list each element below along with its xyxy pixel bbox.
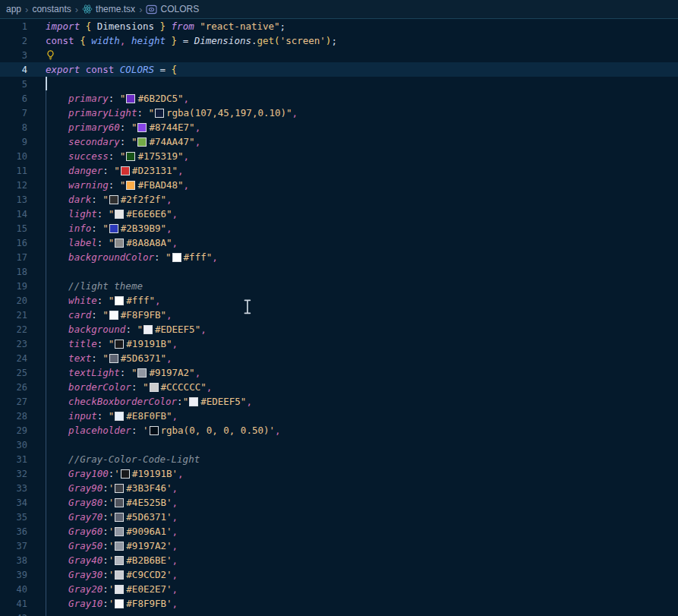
line-number[interactable]: 19 xyxy=(0,281,27,292)
line-number[interactable]: 2 xyxy=(0,36,27,46)
color-swatch[interactable] xyxy=(137,123,147,132)
code-line[interactable]: 7 primaryLight: "rgba(107,45,197,0.10)", xyxy=(0,106,678,120)
color-swatch[interactable] xyxy=(115,412,124,421)
code-line[interactable]: 17 backgroundColor: "#fff", xyxy=(0,250,678,264)
color-swatch[interactable] xyxy=(115,599,124,608)
code-line[interactable]: 37 Gray50:'#9197A2', xyxy=(0,539,678,553)
code-line[interactable]: 30 xyxy=(0,438,678,452)
color-swatch[interactable] xyxy=(115,210,124,219)
color-swatch[interactable] xyxy=(150,383,159,392)
line-number[interactable]: 23 xyxy=(0,339,27,349)
code-line[interactable]: 8 primary60: "#8744E7", xyxy=(0,120,678,134)
code-line[interactable]: 42 xyxy=(0,611,678,616)
color-swatch[interactable] xyxy=(115,556,124,565)
color-swatch[interactable] xyxy=(115,585,124,594)
line-number[interactable]: 8 xyxy=(0,122,27,133)
code-line[interactable]: 31 //Gray-Color-Code-Light xyxy=(0,452,678,466)
color-swatch[interactable] xyxy=(115,239,124,248)
code-lines[interactable]: 1import { Dimensions } from "react-nativ… xyxy=(0,19,678,616)
breadcrumb-item-theme-file[interactable]: theme.tsx xyxy=(82,4,135,14)
code-line[interactable]: 9 secondary: "#74AA47", xyxy=(0,134,678,149)
lightbulb-icon[interactable] xyxy=(46,49,55,61)
code-line[interactable]: 39 Gray30:'#C9CCD2', xyxy=(0,567,678,582)
color-swatch[interactable] xyxy=(115,527,124,536)
color-swatch[interactable] xyxy=(189,397,198,406)
color-swatch[interactable] xyxy=(150,426,159,435)
code-line[interactable]: 21 card: "#F8F9FB", xyxy=(0,308,678,322)
line-number[interactable]: 25 xyxy=(0,368,27,378)
color-swatch[interactable] xyxy=(121,166,130,175)
line-number[interactable]: 7 xyxy=(0,108,27,118)
code-line[interactable]: 36 Gray60:'#9096A1', xyxy=(0,524,678,539)
code-line[interactable]: 26 borderColor: "#CCCCCC", xyxy=(0,380,678,394)
color-swatch[interactable] xyxy=(109,311,118,320)
color-swatch[interactable] xyxy=(155,109,164,118)
code-line[interactable]: 23 title: "#19191B", xyxy=(0,336,678,351)
code-line[interactable]: 22 background: "#EDEEF5", xyxy=(0,322,678,336)
code-line[interactable]: 25 textLight: "#9197A2", xyxy=(0,365,678,380)
line-number[interactable]: 24 xyxy=(0,353,27,364)
color-swatch[interactable] xyxy=(126,94,135,103)
code-line[interactable]: 18 xyxy=(0,264,678,279)
line-number[interactable]: 17 xyxy=(0,252,27,263)
code-line[interactable]: 13 dark: "#2f2f2f", xyxy=(0,192,678,207)
color-swatch[interactable] xyxy=(109,354,118,363)
code-line[interactable]: 34 Gray80:'#4E525B', xyxy=(0,495,678,510)
code-line[interactable]: 24 text: "#5D6371", xyxy=(0,351,678,365)
breadcrumb-item-constants[interactable]: constants xyxy=(32,4,71,14)
code-line[interactable]: 5 xyxy=(0,77,678,91)
code-line[interactable]: 2const { width, height } = Dimensions.ge… xyxy=(0,33,678,48)
line-number[interactable]: 26 xyxy=(0,382,27,393)
code-line[interactable]: 32 Gray100:'#19191B', xyxy=(0,466,678,481)
code-line[interactable]: 29 placeholder: 'rgba(0, 0, 0, 0.50)', xyxy=(0,423,678,438)
line-number[interactable]: 36 xyxy=(0,526,27,537)
line-number[interactable]: 21 xyxy=(0,310,27,321)
line-number[interactable]: 33 xyxy=(0,483,27,494)
color-swatch[interactable] xyxy=(126,152,135,161)
line-number[interactable]: 18 xyxy=(0,267,27,277)
code-line[interactable]: 14 light: "#E6E6E6", xyxy=(0,207,678,221)
code-line[interactable]: 15 info: "#2B39B9", xyxy=(0,221,678,235)
line-number[interactable]: 27 xyxy=(0,396,27,407)
line-number[interactable]: 12 xyxy=(0,180,27,191)
color-swatch[interactable] xyxy=(109,224,118,233)
line-number[interactable]: 4 xyxy=(0,65,27,75)
color-swatch[interactable] xyxy=(115,296,124,305)
line-number[interactable]: 31 xyxy=(0,454,27,465)
code-line[interactable]: 35 Gray70:'#5D6371', xyxy=(0,510,678,524)
code-line[interactable]: 20 white: "#fff", xyxy=(0,293,678,308)
color-swatch[interactable] xyxy=(121,469,130,479)
code-line[interactable]: 19 //light theme xyxy=(0,279,678,293)
code-line[interactable]: 12 warning: "#FBAD48", xyxy=(0,178,678,192)
line-number[interactable]: 13 xyxy=(0,194,27,205)
line-number[interactable]: 37 xyxy=(0,541,27,551)
code-line[interactable]: 4export const COLORS = { xyxy=(0,62,678,77)
line-number[interactable]: 40 xyxy=(0,584,27,595)
code-line[interactable]: 1import { Dimensions } from "react-nativ… xyxy=(0,19,678,33)
line-number[interactable]: 3 xyxy=(0,50,27,61)
line-number[interactable]: 11 xyxy=(0,166,27,176)
breadcrumb-item-colors-symbol[interactable]: COLORS xyxy=(146,4,199,14)
color-swatch[interactable] xyxy=(137,368,147,377)
code-line[interactable]: 40 Gray20:'#E0E2E7', xyxy=(0,582,678,596)
breadcrumb-item-app[interactable]: app xyxy=(6,4,21,14)
code-line[interactable]: 3 xyxy=(0,48,678,62)
line-number[interactable]: 22 xyxy=(0,324,27,335)
color-swatch[interactable] xyxy=(115,498,124,507)
color-swatch[interactable] xyxy=(137,137,147,147)
color-swatch[interactable] xyxy=(115,542,124,551)
line-number[interactable]: 9 xyxy=(0,137,27,147)
line-number[interactable]: 34 xyxy=(0,498,27,508)
line-number[interactable]: 32 xyxy=(0,469,27,479)
code-line[interactable]: 11 danger: "#D23131", xyxy=(0,163,678,178)
code-editor[interactable]: app › constants › theme.tsx › xyxy=(0,0,678,616)
code-line[interactable]: 10 success: "#175319", xyxy=(0,149,678,163)
line-number[interactable]: 6 xyxy=(0,93,27,104)
color-swatch[interactable] xyxy=(126,181,135,190)
line-number[interactable]: 38 xyxy=(0,555,27,566)
color-swatch[interactable] xyxy=(115,513,124,522)
line-number[interactable]: 41 xyxy=(0,599,27,609)
line-number[interactable]: 10 xyxy=(0,151,27,162)
line-number[interactable]: 29 xyxy=(0,425,27,436)
color-swatch[interactable] xyxy=(172,253,181,262)
